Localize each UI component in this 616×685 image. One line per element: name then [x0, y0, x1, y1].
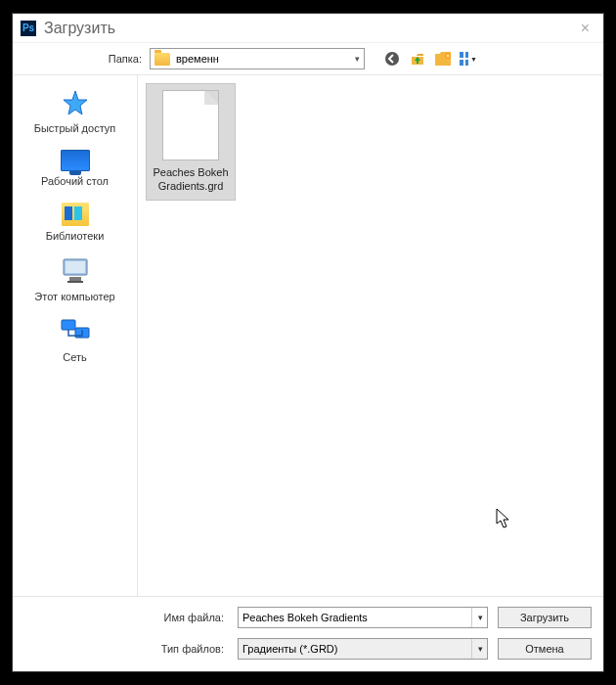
filename-label: Имя файла:: [13, 612, 228, 623]
place-label: Библиотеки: [13, 230, 137, 242]
file-icon: [162, 90, 219, 160]
place-libraries[interactable]: Библиотеки: [13, 197, 137, 251]
place-this-pc[interactable]: Этот компьютер: [13, 251, 137, 312]
network-icon: [13, 318, 137, 347]
chevron-down-icon: ▾: [355, 54, 360, 64]
back-button[interactable]: [382, 49, 402, 68]
places-sidebar: Быстрый доступ Рабочий стол Библиотеки Э…: [13, 75, 138, 596]
filename-value: Peaches Bokeh Gradients: [242, 612, 368, 623]
place-quick-access[interactable]: Быстрый доступ: [13, 83, 137, 144]
svg-rect-4: [66, 261, 85, 273]
place-label: Рабочий стол: [13, 175, 137, 187]
computer-icon: [13, 257, 137, 287]
file-item[interactable]: Peaches Bokeh Gradients.grd: [146, 83, 236, 201]
chevron-down-icon: ▾: [471, 639, 483, 659]
star-icon: [13, 89, 137, 118]
filetype-value: Градиенты (*.GRD): [242, 643, 337, 655]
desktop-icon: [61, 150, 90, 171]
svg-point-0: [385, 52, 399, 66]
dialog-body: Быстрый доступ Рабочий стол Библиотеки Э…: [13, 74, 603, 596]
folder-icon: [154, 53, 170, 66]
svg-rect-7: [62, 320, 75, 330]
folder-value: временн: [176, 53, 219, 65]
place-desktop[interactable]: Рабочий стол: [13, 144, 137, 197]
svg-point-2: [447, 55, 450, 58]
place-label: Быстрый доступ: [13, 122, 137, 134]
place-label: Этот компьютер: [13, 291, 137, 302]
dialog-title: Загрузить: [44, 20, 115, 37]
app-icon: Ps: [21, 21, 36, 36]
chevron-down-icon: ▾: [471, 608, 483, 627]
place-network[interactable]: Сеть: [13, 312, 137, 373]
close-button[interactable]: ×: [575, 20, 595, 37]
filetype-label: Тип файлов:: [13, 643, 228, 655]
place-label: Сеть: [13, 351, 137, 363]
mouse-cursor-icon: [496, 508, 513, 531]
file-list-pane[interactable]: Peaches Bokeh Gradients.grd: [138, 75, 603, 596]
new-folder-button[interactable]: [433, 49, 453, 68]
titlebar: Ps Загрузить ×: [13, 14, 603, 43]
up-one-level-button[interactable]: [408, 49, 427, 68]
toolbar-actions: ▼: [382, 49, 478, 68]
file-name: Peaches Bokeh Gradients.grd: [151, 166, 231, 194]
folder-label: Папка:: [13, 53, 150, 65]
load-button[interactable]: Загрузить: [498, 607, 592, 628]
chevron-down-icon: ▼: [470, 56, 477, 63]
filetype-select[interactable]: Градиенты (*.GRD) ▾: [238, 638, 488, 660]
dialog-footer: Имя файла: Peaches Bokeh Gradients ▾ Заг…: [13, 596, 603, 671]
view-menu-button[interactable]: ▼: [459, 49, 478, 68]
folder-select[interactable]: временн ▾: [150, 48, 365, 69]
cancel-button[interactable]: Отмена: [498, 638, 592, 660]
folder-toolbar: Папка: временн ▾ ▼: [13, 43, 603, 74]
filename-input[interactable]: Peaches Bokeh Gradients ▾: [238, 607, 488, 628]
load-dialog: Ps Загрузить × Папка: временн ▾ ▼: [12, 13, 604, 672]
libraries-icon: [62, 203, 89, 226]
grid-icon: [460, 52, 468, 66]
svg-rect-5: [69, 277, 81, 281]
svg-rect-6: [67, 281, 83, 283]
